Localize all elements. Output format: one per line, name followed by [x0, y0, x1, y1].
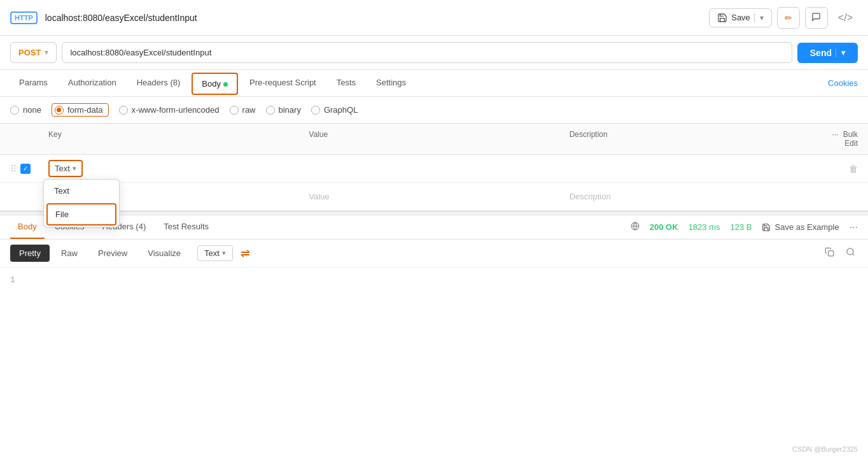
comment-button[interactable]: [805, 7, 828, 29]
fmt-tab-preview[interactable]: Preview: [89, 245, 136, 262]
tab-tests[interactable]: Tests: [328, 70, 365, 96]
text-format-label: Text: [204, 248, 220, 258]
top-actions: Save ▾ ✏ </>: [709, 7, 858, 29]
option-raw[interactable]: raw: [230, 105, 256, 115]
th-value: Value: [304, 124, 564, 154]
urlencoded-radio[interactable]: [119, 106, 128, 115]
send-button[interactable]: Send ▾: [797, 43, 858, 63]
more-options[interactable]: ···: [850, 222, 858, 233]
tab-prerequest[interactable]: Pre-request Script: [241, 70, 325, 96]
option-binary[interactable]: binary: [266, 105, 301, 115]
tab-authorization[interactable]: Authorization: [59, 70, 125, 96]
value-cell: [304, 164, 564, 174]
send-label: Send: [810, 48, 832, 58]
th-bulk: ··· Bulk Edit: [825, 124, 863, 154]
option-form-data[interactable]: form-data: [52, 103, 109, 117]
none-radio[interactable]: [10, 106, 19, 115]
radio-inner: [57, 108, 61, 112]
send-chevron: ▾: [836, 48, 845, 57]
tab-headers[interactable]: Headers (8): [128, 70, 190, 96]
body-options: none form-data x-www-form-urlencoded raw…: [0, 97, 868, 124]
status-ok: 200 OK: [650, 222, 678, 232]
type-dropdown-menu: Text File: [43, 179, 120, 227]
dropdown-item-file[interactable]: File: [46, 203, 116, 225]
binary-label: binary: [279, 105, 301, 115]
url-bar: POST ▾ Send ▾: [0, 36, 868, 70]
cookies-link[interactable]: Cookies: [828, 71, 858, 96]
option-none[interactable]: none: [10, 105, 41, 115]
none-label: none: [23, 105, 41, 115]
table-header: Key Value Description ··· Bulk Edit: [0, 124, 868, 155]
status-size: 123 B: [731, 222, 752, 232]
method-chevron: ▾: [45, 48, 48, 57]
resp-tab-test-results[interactable]: Test Results: [156, 215, 216, 239]
response-code-area: 1: [0, 268, 868, 318]
value-placeholder[interactable]: Value: [304, 187, 564, 206]
wrap-icon[interactable]: ⇌: [241, 247, 250, 261]
row-checkbox[interactable]: [20, 164, 31, 174]
comment-icon: [811, 12, 821, 24]
graphql-label: GraphQL: [324, 105, 358, 115]
fmt-tab-visualize[interactable]: Visualize: [139, 245, 190, 262]
response-status: 200 OK 1823 ms 123 B Save as Example ···: [631, 222, 858, 233]
raw-label: raw: [242, 105, 256, 115]
binary-radio[interactable]: [266, 106, 275, 115]
th-key: Key: [43, 124, 304, 154]
text-format-select[interactable]: Text ▾: [197, 245, 233, 261]
search-icon[interactable]: [843, 245, 858, 262]
table-row-empty: Key Value Description: [0, 183, 868, 211]
save-dropdown-arrow[interactable]: ▾: [754, 13, 764, 22]
th-empty: [5, 124, 43, 154]
drag-handle[interactable]: ⠿: [10, 164, 17, 174]
save-button[interactable]: Save ▾: [709, 8, 772, 27]
urlencoded-label: x-www-form-urlencoded: [132, 105, 220, 115]
empty-delete: [825, 192, 863, 202]
fmt-tab-raw[interactable]: Raw: [52, 245, 87, 262]
form-data-radio[interactable]: [55, 106, 64, 115]
type-label: Text: [55, 164, 70, 173]
response-tab-bar: Body Cookies Headers (4) Test Results 20…: [0, 215, 868, 240]
tab-settings[interactable]: Settings: [367, 70, 415, 96]
table-row: ⠿ Text ▾ Text File 🗑: [0, 155, 868, 183]
method-label: POST: [18, 48, 41, 57]
edit-button[interactable]: ✏: [777, 7, 800, 29]
svg-rect-2: [829, 251, 834, 256]
globe-icon: [631, 222, 640, 233]
status-time: 1823 ms: [689, 222, 720, 232]
delete-cell[interactable]: 🗑: [825, 159, 863, 179]
save-icon: [717, 13, 727, 23]
body-tab-label: Body: [202, 79, 221, 89]
description-cell: [564, 164, 825, 174]
line-number: 1: [10, 275, 15, 285]
edit-icon: ✏: [785, 13, 792, 23]
option-urlencoded[interactable]: x-www-form-urlencoded: [119, 105, 220, 115]
url-input[interactable]: [62, 42, 792, 63]
row-drag-cell: ⠿: [5, 159, 43, 179]
tab-body[interactable]: Body: [192, 73, 238, 95]
dropdown-item-text[interactable]: Text: [44, 180, 119, 202]
graphql-radio[interactable]: [311, 106, 320, 115]
tab-params[interactable]: Params: [10, 70, 57, 96]
th-description: Description: [564, 124, 825, 154]
save-example-icon: [762, 223, 771, 232]
top-bar: HTTP localhost:8080/easyExcel/studentInp…: [0, 0, 868, 36]
svg-point-3: [847, 248, 853, 255]
bulk-edit-label[interactable]: Bulk Edit: [843, 130, 858, 148]
desc-placeholder[interactable]: Description: [564, 187, 825, 206]
method-select[interactable]: POST ▾: [10, 42, 57, 63]
fmt-tab-pretty[interactable]: Pretty: [10, 245, 50, 262]
option-graphql[interactable]: GraphQL: [311, 105, 358, 115]
bulk-dots[interactable]: ···: [832, 130, 838, 139]
code-icon: </>: [838, 12, 853, 23]
save-example-button[interactable]: Save as Example: [762, 222, 839, 232]
resp-body-label: Body: [18, 222, 37, 231]
copy-icon[interactable]: [822, 245, 837, 262]
request-tab-bar: Params Authorization Headers (8) Body Pr…: [0, 70, 868, 97]
text-format-chevron: ▾: [222, 249, 226, 257]
form-data-label: form-data: [67, 105, 103, 115]
raw-radio[interactable]: [230, 106, 239, 115]
type-dropdown[interactable]: Text ▾: [48, 160, 83, 177]
resp-tab-body[interactable]: Body: [10, 215, 45, 239]
code-button[interactable]: </>: [833, 10, 858, 26]
save-example-label: Save as Example: [774, 222, 839, 232]
